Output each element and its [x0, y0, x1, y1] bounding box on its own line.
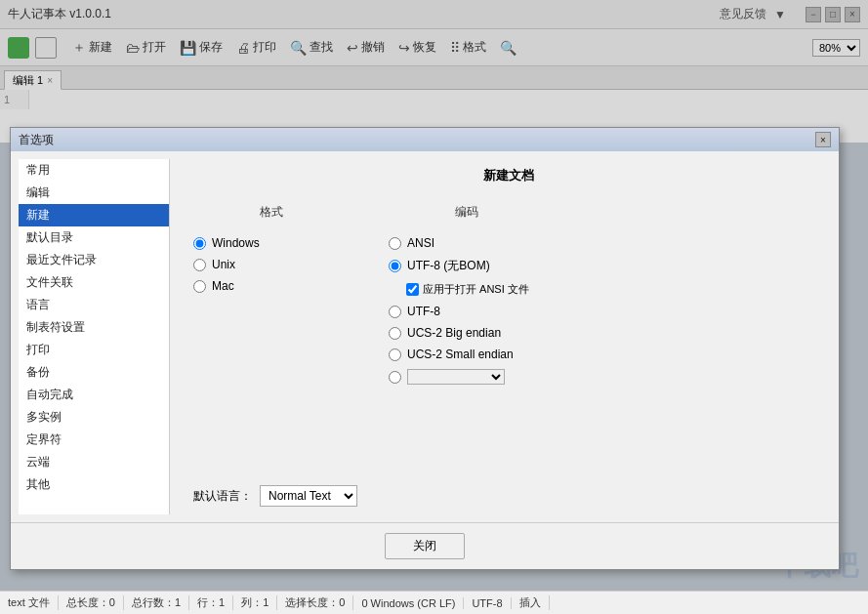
default-lang-label: 默认语言： [193, 488, 252, 505]
encoding-utf8-input[interactable] [389, 306, 401, 318]
status-sel-len: 选择长度：0 [277, 595, 353, 610]
pref-item-default-dir[interactable]: 默认目录 [19, 226, 169, 249]
encoding-ansi-label: ANSI [407, 236, 434, 250]
apply-ansi-label: 应用于打开 ANSI 文件 [423, 282, 529, 297]
dialog-titlebar: 首选项 × [11, 128, 839, 151]
status-row: 行：1 [189, 595, 233, 610]
encoding-ucs2be-radio[interactable]: UCS-2 Big endian [389, 326, 545, 340]
pref-item-file-assoc[interactable]: 文件关联 [19, 271, 169, 294]
status-col: 列：1 [233, 595, 277, 610]
pref-item-language[interactable]: 语言 [19, 294, 169, 316]
dialog-title: 首选项 [19, 132, 54, 148]
status-mode: 插入 [512, 595, 550, 610]
encoding-ansi-input[interactable] [389, 237, 401, 250]
pref-item-print[interactable]: 打印 [19, 339, 169, 361]
pref-item-backup[interactable]: 备份 [19, 361, 169, 384]
dialog-body: 常用 编辑 新建 默认目录 最近文件记录 文件关联 语言 制表符设置 打印 备份… [11, 151, 839, 522]
pref-item-multi-instance[interactable]: 多实例 [19, 406, 169, 429]
format-windows-label: Windows [212, 236, 260, 250]
status-total-len: 总长度：0 [59, 595, 124, 610]
default-lang-select[interactable]: Normal Text [260, 485, 357, 507]
format-unix-label: Unix [212, 258, 235, 271]
status-win-type: 0 Windows (CR LF) [353, 597, 464, 609]
encoding-panel-title: 编码 [389, 204, 545, 221]
pref-item-autocomplete[interactable]: 自动完成 [19, 384, 169, 406]
encoding-utf8bom-radio[interactable]: UTF-8 (无BOM) [389, 258, 545, 274]
status-encoding: UTF-8 [464, 597, 511, 609]
content-title: 新建文档 [193, 167, 823, 184]
pref-item-cloud[interactable]: 云端 [19, 451, 169, 473]
status-total-lines: 总行数：1 [124, 595, 189, 610]
format-unix-radio[interactable]: Unix [193, 258, 350, 271]
pref-content: 新建文档 格式 Windows Unix Mac [178, 151, 839, 522]
encoding-utf8bom-label: UTF-8 (无BOM) [407, 258, 490, 274]
close-dialog-button[interactable]: 关闭 [385, 533, 465, 559]
format-unix-input[interactable] [193, 259, 206, 271]
pref-item-delimiter[interactable]: 定界符 [19, 429, 169, 451]
encoding-ucs2be-input[interactable] [389, 327, 401, 340]
encoding-utf8bom-input[interactable] [389, 260, 401, 272]
encoding-utf8-label: UTF-8 [407, 305, 440, 318]
format-mac-label: Mac [212, 279, 234, 293]
preferences-dialog: 首选项 × 常用 编辑 新建 默认目录 最近文件记录 文件关联 语言 制表符设置… [10, 127, 840, 570]
pref-list: 常用 编辑 新建 默认目录 最近文件记录 文件关联 语言 制表符设置 打印 备份… [19, 159, 170, 514]
pref-item-new[interactable]: 新建 [19, 204, 169, 226]
encoding-ucs2le-label: UCS-2 Small endian [407, 348, 514, 361]
status-file: text 文件 [8, 595, 59, 610]
format-windows-input[interactable] [193, 237, 206, 250]
encoding-ucs2le-input[interactable] [389, 348, 401, 361]
format-mac-input[interactable] [193, 280, 206, 293]
format-panel: 格式 Windows Unix Mac [193, 204, 350, 466]
format-panel-title: 格式 [193, 204, 350, 221]
encoding-custom-radio[interactable] [389, 369, 545, 385]
pref-item-tab-settings[interactable]: 制表符设置 [19, 316, 169, 339]
encoding-utf8-radio[interactable]: UTF-8 [389, 305, 545, 318]
encoding-custom-select[interactable] [407, 369, 505, 385]
dialog-footer: 关闭 [11, 522, 839, 569]
default-lang-row: 默认语言： Normal Text [193, 485, 823, 507]
pref-panels: 格式 Windows Unix Mac 编 [193, 204, 823, 466]
pref-item-edit[interactable]: 编辑 [19, 182, 169, 204]
apply-ansi-checkbox[interactable] [406, 283, 419, 296]
encoding-custom-input[interactable] [389, 371, 401, 384]
pref-item-common[interactable]: 常用 [19, 159, 169, 182]
encoding-panel: 编码 ANSI UTF-8 (无BOM) 应用于打开 ANSI 文件 [389, 204, 545, 466]
format-mac-radio[interactable]: Mac [193, 279, 350, 293]
apply-ansi-checkbox-row[interactable]: 应用于打开 ANSI 文件 [406, 282, 545, 297]
pref-item-recent-files[interactable]: 最近文件记录 [19, 249, 169, 271]
encoding-ucs2le-radio[interactable]: UCS-2 Small endian [389, 348, 545, 361]
encoding-ansi-radio[interactable]: ANSI [389, 236, 545, 250]
format-windows-radio[interactable]: Windows [193, 236, 350, 250]
pref-item-other[interactable]: 其他 [19, 473, 169, 496]
statusbar: text 文件 总长度：0 总行数：1 行：1 列：1 选择长度：0 0 Win… [0, 591, 868, 614]
dialog-close-button[interactable]: × [815, 132, 831, 147]
encoding-ucs2be-label: UCS-2 Big endian [407, 326, 501, 340]
